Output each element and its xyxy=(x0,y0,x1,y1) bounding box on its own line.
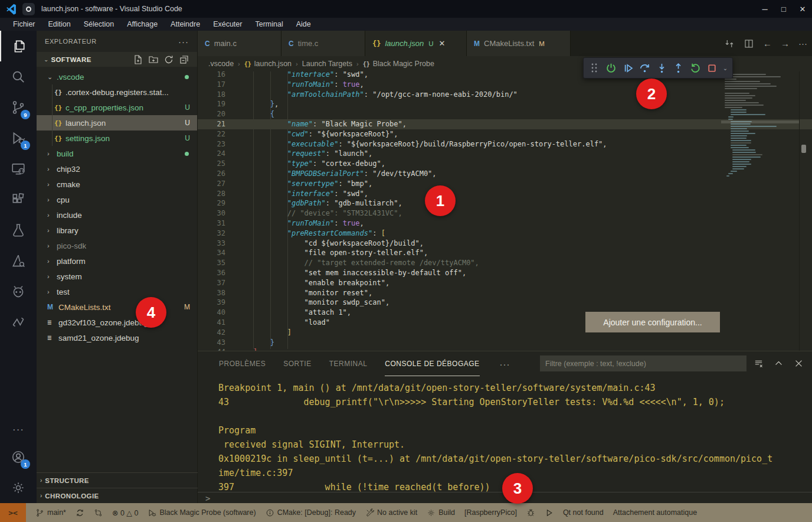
close-tab-icon[interactable]: ✕ xyxy=(439,39,446,48)
activity-extensions-icon[interactable] xyxy=(0,184,37,215)
section-structure[interactable]: ›STRUCTURE xyxy=(37,472,198,488)
tab-cmakelists-txt[interactable]: MCMakeLists.txtM xyxy=(467,31,571,56)
tree-item-chip32[interactable]: ›chip32 xyxy=(37,161,197,177)
tab-launch-json[interactable]: {}launch.jsonU✕ xyxy=(365,31,467,56)
status-item-cmake-debug-ready[interactable]: CMake: [Debug]: Ready xyxy=(266,508,356,517)
activity-more-icon[interactable]: ··· xyxy=(0,418,37,442)
close-panel-icon[interactable] xyxy=(794,358,804,368)
maximize-panel-icon[interactable] xyxy=(774,358,784,368)
new-folder-icon[interactable] xyxy=(149,55,158,64)
panel-more-icon[interactable]: ··· xyxy=(500,359,510,369)
activity-cmake-tools-icon[interactable] xyxy=(0,246,37,276)
activity-explorer-icon[interactable] xyxy=(0,31,37,61)
tree-item-include[interactable]: ›include xyxy=(37,207,197,223)
tree-item-system[interactable]: ›system xyxy=(37,269,197,284)
editor-scrollbar[interactable] xyxy=(799,71,807,351)
remote-indicator[interactable]: >< xyxy=(0,503,26,522)
clear-console-icon[interactable] xyxy=(754,358,764,368)
tree-item-settings-json[interactable]: {}settings.jsonU xyxy=(37,130,197,146)
tree-item-platform[interactable]: ›platform xyxy=(37,253,197,269)
status-item-play[interactable] xyxy=(545,508,554,517)
tree-item--vscode[interactable]: ⌄.vscode xyxy=(37,69,197,84)
sidebar-more-icon[interactable]: ··· xyxy=(178,37,189,47)
refresh-icon[interactable] xyxy=(164,55,173,64)
continue-button[interactable] xyxy=(621,60,635,76)
add-configuration-button[interactable]: Ajouter une configuration... xyxy=(585,312,720,332)
status-item--0-0[interactable]: ⊗ 0 △ 0 xyxy=(112,508,138,517)
split-editor-icon[interactable] xyxy=(744,38,754,49)
debug-filter-input[interactable]: Filtre (exemple : text, !exclude) xyxy=(540,355,746,371)
tree-item-gd32vf103-ozone-jdebug[interactable]: ≡gd32vf103_ozone.jdebug xyxy=(37,315,197,330)
panel-tab-sortie[interactable]: SORTIE xyxy=(283,351,311,376)
editor-more-icon[interactable]: ··· xyxy=(798,38,807,48)
menu-edition[interactable]: Edition xyxy=(42,20,77,28)
navigate-back-icon[interactable]: ← xyxy=(763,38,772,48)
status-item-sync[interactable] xyxy=(76,508,84,517)
power-launch-button[interactable] xyxy=(604,60,618,76)
status-item-attachement-automatique[interactable]: Attachement automatique xyxy=(613,508,697,517)
code-editor[interactable]: 16 "interface": "swd",17 "runToMain": tr… xyxy=(198,71,812,351)
menu-sélection[interactable]: Sélection xyxy=(77,20,120,28)
close-button[interactable]: ✕ xyxy=(793,0,812,18)
status-item-no-active-kit[interactable]: No active kit xyxy=(365,508,417,517)
stop-button[interactable] xyxy=(705,60,719,76)
status-item-build[interactable]: Build xyxy=(427,508,455,517)
activity-run-and-debug-icon[interactable]: 1 xyxy=(0,123,37,154)
status-item-qt-not-found[interactable]: Qt not found xyxy=(563,508,604,517)
status-item-black-magic-probe-softwa[interactable]: Black Magic Probe (software) xyxy=(148,508,256,517)
settings-gear-icon[interactable] xyxy=(0,472,37,503)
breadcrumb-item[interactable]: Black Magic Probe xyxy=(373,60,434,68)
status-item-bug[interactable] xyxy=(526,508,535,517)
step-into-button[interactable] xyxy=(654,60,669,76)
tree-item-cmakelists-txt[interactable]: MCMakeLists.txtM xyxy=(37,299,197,315)
chevron-down-icon[interactable]: ⌄ xyxy=(722,65,729,71)
breadcrumb-item[interactable]: launch.json xyxy=(254,60,292,68)
menu-exécuter[interactable]: Exécuter xyxy=(207,20,248,28)
menu-fichier[interactable]: Fichier xyxy=(6,20,42,28)
breadcrumb-item[interactable]: .vscode xyxy=(208,60,234,68)
scrollbar-handle[interactable] xyxy=(801,145,806,153)
workspace-section-header[interactable]: ⌄ SOFTWARE xyxy=(37,52,197,67)
account-icon[interactable]: 1 xyxy=(0,442,37,472)
activity-source-control-icon[interactable]: 9 xyxy=(0,92,37,123)
tree-item-samd21-ozone-jdebug[interactable]: ≡samd21_ozone.jdebug xyxy=(37,330,197,345)
tree-item-pico-sdk[interactable]: ›pico-sdk xyxy=(37,238,197,253)
activity-remote-explorer-icon[interactable] xyxy=(0,154,37,184)
debug-console-output[interactable]: Breakpoint 1, main () at /mnt/data/git/o… xyxy=(198,376,812,492)
tree-item-test[interactable]: ›test xyxy=(37,284,197,299)
status-item--raspberrypico-[interactable]: [RaspberryPico] xyxy=(464,508,517,517)
activity-search-icon[interactable] xyxy=(0,61,37,92)
new-file-icon[interactable] xyxy=(133,55,143,64)
tree-item-launch-json[interactable]: {}launch.jsonU xyxy=(37,115,197,130)
section-chronologie[interactable]: ›CHRONOLOGIE xyxy=(37,488,198,503)
maximize-button[interactable]: □ xyxy=(774,0,793,18)
menu-terminal[interactable]: Terminal xyxy=(248,20,289,28)
collapse-all-icon[interactable] xyxy=(179,55,189,64)
tab-time-c[interactable]: Ctime.c xyxy=(281,31,365,56)
menu-affichage[interactable]: Affichage xyxy=(120,20,164,28)
panel-tab-terminal[interactable]: TERMINAL xyxy=(329,351,368,376)
status-item-main-[interactable]: main* xyxy=(35,508,66,517)
activity-infinity-tool-icon[interactable] xyxy=(0,307,37,338)
step-out-button[interactable] xyxy=(671,60,685,76)
menu-aide[interactable]: Aide xyxy=(290,20,317,28)
panel-tab-probl-mes[interactable]: PROBLÈMES xyxy=(219,351,266,376)
tree-item-c-cpp-properties-json[interactable]: {}c_cpp_properties.jsonU xyxy=(37,100,197,115)
breadcrumb-item[interactable]: Launch Targets xyxy=(302,60,352,68)
minimize-button[interactable]: ─ xyxy=(755,0,774,18)
tree-item-library[interactable]: ›library xyxy=(37,223,197,238)
tree-item-cmake[interactable]: ›cmake xyxy=(37,177,197,192)
status-item-compare[interactable] xyxy=(94,508,103,517)
activity-testing-icon[interactable] xyxy=(0,215,37,246)
tree-item--cortex-debug-registers-stat-[interactable]: {}.cortex-debug.registers.stat... xyxy=(37,84,197,100)
activity-platformio-bug-icon[interactable] xyxy=(0,276,37,307)
tab-main-c[interactable]: Cmain.c xyxy=(198,31,281,56)
tree-item-build[interactable]: ›build xyxy=(37,146,197,161)
menu-atteindre[interactable]: Atteindre xyxy=(164,20,207,28)
panel-tab-console-de-d-bogage[interactable]: CONSOLE DE DÉBOGAGE xyxy=(385,351,479,376)
drag-grip-icon[interactable] xyxy=(587,60,601,76)
open-changes-icon[interactable] xyxy=(724,38,735,49)
step-over-button[interactable] xyxy=(637,60,651,76)
navigate-forward-icon[interactable]: → xyxy=(781,38,790,48)
restart-button[interactable] xyxy=(688,60,702,76)
